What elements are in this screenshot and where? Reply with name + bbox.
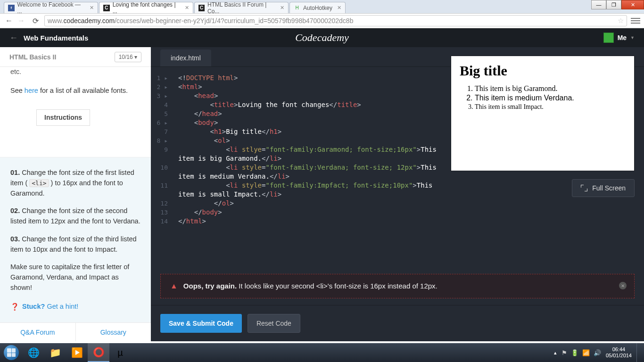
lesson-title: HTML Basics II	[9, 53, 56, 61]
lesson-text-etc: etc.	[10, 67, 140, 77]
url-prefix: www.	[48, 17, 63, 25]
lesson-text-see-here: See here for a list of all available fon…	[10, 86, 140, 96]
codecademy-favicon-icon: C	[103, 5, 110, 11]
error-text: Oops, try again. It looks like your seco…	[183, 282, 438, 290]
browser-tab-strip: f Welcome to Facebook — ... ✕ C Loving t…	[0, 0, 644, 13]
here-link[interactable]: here	[25, 87, 38, 94]
save-submit-button[interactable]: Save & Submit Code	[160, 314, 242, 333]
preview-list-item: This item is big Garamond.	[475, 84, 626, 93]
codecademy-header: ← Web Fundamentals Codecademy Me ▼	[0, 28, 644, 47]
taskbar-utorrent-icon[interactable]: µ	[109, 343, 131, 362]
qa-forum-link[interactable]: Q&A Forum	[0, 323, 76, 341]
preview-list: This item is big Garamond. This item is …	[475, 84, 626, 111]
sidebar-footer: Q&A Forum Glossary	[0, 322, 151, 341]
reload-button[interactable]: ⟳	[30, 16, 41, 26]
instruction-1: 01. Change the font size of the first li…	[10, 168, 140, 198]
sidebar-header: HTML Basics II 10/16 ▾	[0, 47, 151, 67]
window-minimize-button[interactable]: —	[591, 0, 606, 9]
browser-tab-facebook[interactable]: f Welcome to Facebook — ... ✕	[4, 2, 98, 13]
instruction-2: 02. Change the font size of the second l…	[10, 206, 140, 227]
tab-close-icon[interactable]: ✕	[280, 5, 284, 11]
tab-close-icon[interactable]: ✕	[337, 5, 341, 11]
tray-volume-icon[interactable]: 🔊	[594, 349, 601, 356]
action-bar: Save & Submit Code Reset Code	[151, 305, 644, 341]
back-button[interactable]: ←	[4, 16, 14, 26]
chevron-down-icon: ▼	[630, 35, 635, 40]
output-preview: Big title This item is big Garamond. Thi…	[451, 56, 635, 171]
reset-code-button[interactable]: Reset Code	[248, 314, 300, 333]
user-avatar-icon	[603, 33, 614, 43]
error-close-button[interactable]: ✕	[619, 282, 627, 289]
line-gutter: 1 ▸2 ▸3 ▸456 ▸78 ▸91011121314	[151, 74, 173, 226]
bookmark-star-icon[interactable]: ☆	[618, 16, 624, 25]
codecademy-favicon-icon: C	[198, 5, 205, 11]
system-tray: ▴ ⚑ 🔋 📶 🔊 06:44 05/01/2014	[554, 343, 644, 362]
forward-button[interactable]: →	[16, 16, 26, 26]
tray-battery-icon[interactable]: 🔋	[571, 349, 578, 356]
sidebar-body: etc. See here for a list of all availabl…	[0, 67, 151, 157]
start-button[interactable]	[0, 343, 23, 362]
browser-tab-codecademy-lesson[interactable]: C Loving the font changes | ... ✕	[99, 2, 193, 13]
chrome-menu-button[interactable]	[631, 18, 640, 24]
lesson-sidebar: HTML Basics II 10/16 ▾ etc. See here for…	[0, 47, 151, 341]
instruction-3: 03. Change the font size of the third li…	[10, 234, 140, 255]
question-circle-icon: ❓	[10, 302, 19, 313]
warning-triangle-icon: ▲	[170, 282, 178, 290]
course-back-arrow-icon[interactable]: ←	[9, 33, 18, 43]
error-message: ▲ Oops, try again. It looks like your se…	[160, 274, 635, 298]
url-path: /courses/web-beginner-en-y2Yjd/1/4?curri…	[115, 17, 353, 25]
tab-title: HTML Basics II Forum | Co...	[207, 1, 275, 15]
course-title: Web Fundamentals	[24, 34, 88, 42]
main-layout: HTML Basics II 10/16 ▾ etc. See here for…	[0, 47, 644, 341]
taskbar-chrome-icon[interactable]: ⭕	[88, 343, 109, 362]
fullscreen-button[interactable]: Full Screen	[572, 179, 635, 197]
taskbar-explorer-icon[interactable]: 📁	[44, 343, 66, 362]
tab-close-icon[interactable]: ✕	[90, 5, 94, 11]
window-controls: — ❐ ✕	[591, 0, 644, 9]
browser-tab-codecademy-forum[interactable]: C HTML Basics II Forum | Co... ✕	[194, 2, 289, 13]
windows-logo-icon	[4, 345, 19, 360]
workspace: index.html 1 ▸2 ▸3 ▸456 ▸78 ▸91011121314…	[151, 47, 644, 341]
window-maximize-button[interactable]: ❐	[606, 0, 621, 9]
tray-flag-icon[interactable]: ⚑	[561, 349, 567, 356]
stuck-hint-link[interactable]: ❓ Stuck? Get a hint!	[10, 302, 140, 313]
facebook-favicon-icon: f	[8, 5, 15, 11]
tab-title: AutoHotkey	[303, 5, 332, 11]
browser-tab-autohotkey[interactable]: H AutoHotkey ✕	[289, 2, 346, 13]
nav-arrows: ← →	[4, 16, 26, 26]
browser-navbar: ← → ⟳ www.codecademy.com/courses/web-beg…	[0, 13, 644, 28]
window-close-button[interactable]: ✕	[621, 0, 644, 9]
file-tab-index-html[interactable]: index.html	[160, 49, 211, 66]
lesson-progress-dropdown[interactable]: 10/16 ▾	[115, 52, 141, 62]
taskbar-media-player-icon[interactable]: ▶️	[66, 343, 88, 362]
glossary-link[interactable]: Glossary	[76, 323, 151, 341]
user-menu[interactable]: Me ▼	[603, 33, 635, 43]
tray-icons: ⚑ 🔋 📶 🔊	[561, 349, 601, 356]
preview-list-item: This item is small Impact.	[475, 103, 626, 111]
instruction-note: Make sure to capitalize the first letter…	[10, 262, 140, 293]
autohotkey-favicon-icon: H	[294, 5, 300, 11]
user-label: Me	[618, 34, 627, 41]
windows-taskbar: 🌐 📁 ▶️ ⭕ µ ▴ ⚑ 🔋 📶 🔊 06:44 05/01/2014	[0, 343, 644, 362]
taskbar-ie-icon[interactable]: 🌐	[23, 343, 44, 362]
tab-title: Welcome to Facebook — ...	[17, 1, 85, 15]
taskbar-clock[interactable]: 06:44 05/01/2014	[606, 346, 632, 359]
tray-show-hidden-icon[interactable]: ▴	[554, 350, 557, 356]
preview-heading: Big title	[460, 63, 626, 79]
instructions-panel: 01. Change the font size of the first li…	[0, 157, 151, 322]
url-bar[interactable]: www.codecademy.com/courses/web-beginner-…	[44, 15, 627, 26]
tray-network-icon[interactable]: 📶	[582, 349, 590, 356]
tab-title: Loving the font changes | ...	[113, 1, 180, 15]
fullscreen-icon	[581, 185, 587, 191]
url-host: codecademy.com	[63, 17, 115, 25]
preview-list-item: This item is medium Verdana.	[475, 94, 626, 102]
show-desktop-button[interactable]	[636, 343, 641, 362]
tab-close-icon[interactable]: ✕	[185, 5, 189, 11]
instructions-heading: Instructions	[36, 109, 90, 126]
codecademy-logo[interactable]: Codecademy	[295, 32, 349, 44]
